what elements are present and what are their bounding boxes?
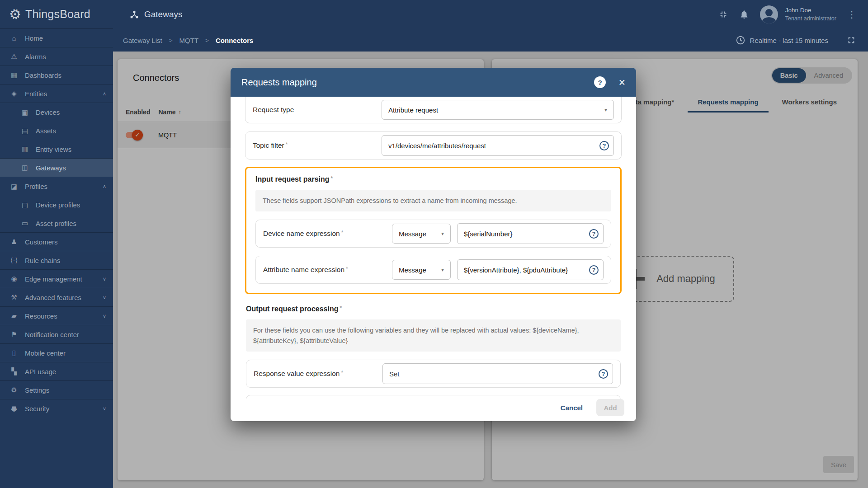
breadcrumb-gateway-list[interactable]: Gateway List [123, 37, 162, 44]
user-name: John Doe [785, 6, 836, 14]
chevron-up-icon: ∧ [103, 183, 106, 189]
customers-icon: ♟ [9, 238, 19, 246]
device-name-expression-label: Device name expression* [263, 230, 392, 238]
sidebar-item-label: Alarms [25, 53, 46, 61]
dialog-help-icon[interactable]: ? [594, 76, 606, 88]
chevron-down-icon: ▾ [441, 230, 444, 237]
api-usage-icon: ▚ [9, 367, 19, 375]
sidebar-item-alarms[interactable]: ⚠Alarms [0, 47, 113, 66]
sidebar-item-assets[interactable]: ▤Assets [0, 122, 113, 140]
sidebar-item-label: Asset profiles [36, 220, 76, 227]
sidebar-item-asset-profiles[interactable]: ▭Asset profiles [0, 214, 113, 233]
sidebar-item-gateways[interactable]: ◫Gateways [0, 159, 113, 177]
output-request-processing-heading: Output request processing* [246, 305, 621, 313]
attribute-name-help-icon[interactable]: ? [589, 265, 599, 275]
fullscreen-exit-icon[interactable] [718, 9, 728, 19]
add-button[interactable]: Add [596, 399, 624, 416]
output-request-processing-hint: For these fields you can use the followi… [246, 319, 621, 352]
device-name-help-icon[interactable]: ? [589, 229, 599, 239]
device-name-source-select[interactable]: Message ▾ [392, 224, 451, 244]
sidebar-item-label: Dashboards [25, 71, 61, 79]
sidebar-item-customers[interactable]: ♟Customers [0, 233, 113, 251]
page-title: Gateways [144, 9, 182, 19]
requests-mapping-dialog: Requests mapping ? × Request type Attrib… [231, 68, 636, 421]
breadcrumb-separator: > [169, 37, 173, 44]
input-request-parsing-heading: Input request parsing* [255, 175, 611, 183]
logo-text: ThingsBoard [25, 8, 90, 21]
attribute-name-expression-field: Attribute name expression* Message ▾ ${v… [255, 256, 611, 284]
sidebar-item-settings[interactable]: ⚙Settings [0, 381, 113, 399]
sidebar-item-edge-management[interactable]: ◉Edge management∨ [0, 270, 113, 288]
topic-filter-label: Topic filter* [253, 141, 382, 150]
sidebar-item-resources[interactable]: ▰Resources∨ [0, 307, 113, 325]
dialog-body: Request type Attribute request ▾ Topic f… [231, 97, 636, 399]
breadcrumb-mqtt[interactable]: MQTT [179, 37, 199, 44]
chevron-down-icon: ∨ [103, 276, 106, 282]
next-field-partially-visible [246, 395, 621, 399]
topic-filter-field: Topic filter* v1/devices/me/attributes/r… [245, 131, 622, 160]
sidebar-item-label: Home [25, 34, 43, 42]
chevron-down-icon: ∨ [103, 313, 106, 319]
edge-management-icon: ◉ [9, 275, 19, 283]
sidebar-item-entity-views[interactable]: ▥Entity views [0, 140, 113, 159]
topic-filter-input[interactable]: v1/devices/me/attributes/request ? [382, 135, 614, 156]
response-value-help-icon[interactable]: ? [599, 369, 608, 379]
device-hub-icon [129, 9, 139, 19]
sidebar-item-label: Devices [36, 108, 60, 116]
attribute-name-expression-label: Attribute name expression* [263, 266, 392, 274]
sidebar-nav: ⌂Home⚠Alarms▦Dashboards◈Entities∧▣Device… [0, 29, 113, 418]
attribute-name-expression-input[interactable]: ${versionAttribute}, ${pduAttribute} ? [457, 259, 604, 280]
cancel-button[interactable]: Cancel [561, 404, 583, 412]
attribute-name-source-select[interactable]: Message ▾ [392, 260, 451, 280]
thingsboard-logo-icon: ⚙ [7, 5, 23, 23]
sidebar-item-label: Entities [25, 90, 47, 98]
timewindow-group: Realtime - last 15 minutes [736, 35, 856, 45]
response-value-expression-input[interactable]: Set ? [382, 363, 613, 384]
sidebar-item-label: Security [25, 405, 49, 413]
dialog-footer: Cancel Add [231, 399, 636, 421]
sidebar-item-dashboards[interactable]: ▦Dashboards [0, 66, 113, 84]
profiles-icon: ◪ [9, 183, 19, 191]
notification-center-icon: ⚑ [9, 330, 19, 338]
sidebar-item-home[interactable]: ⌂Home [0, 29, 113, 47]
input-request-parsing-section: Input request parsing* These fields supp… [245, 167, 622, 294]
sidebar-item-label: Advanced features [25, 294, 81, 301]
more-menu-icon[interactable]: ⋮ [847, 9, 856, 20]
sidebar-item-api-usage[interactable]: ▚API usage [0, 362, 113, 381]
sidebar-item-advanced-features[interactable]: ⚒Advanced features∨ [0, 288, 113, 307]
sidebar-item-device-profiles[interactable]: ▢Device profiles [0, 196, 113, 214]
topic-filter-help-icon[interactable]: ? [599, 141, 609, 150]
sidebar-item-mobile-center[interactable]: ▯Mobile center [0, 344, 113, 362]
timewindow-button[interactable]: Realtime - last 15 minutes [736, 35, 828, 45]
resources-icon: ▰ [9, 312, 19, 320]
sidebar-item-label: Mobile center [25, 349, 66, 357]
request-type-select[interactable]: Attribute request ▾ [382, 100, 614, 120]
sidebar-item-label: Entity views [36, 145, 71, 153]
user-role: Tenant administrator [785, 15, 836, 23]
breadcrumb-separator: > [205, 37, 209, 44]
sidebar-item-security[interactable]: ⬟Security∨ [0, 399, 113, 418]
fullscreen-icon[interactable] [846, 35, 856, 45]
input-request-parsing-hint: These fields support JSONPath expression… [255, 190, 611, 211]
sidebar-item-entities[interactable]: ◈Entities∧ [0, 84, 113, 103]
request-type-label: Request type [253, 106, 382, 114]
breadcrumb-connectors: Connectors [216, 37, 253, 44]
thingsboard-logo[interactable]: ⚙ ThingsBoard [0, 0, 113, 29]
sidebar-item-label: Customers [25, 238, 58, 246]
timewindow-label: Realtime - last 15 minutes [750, 37, 828, 44]
sidebar-item-rule-chains[interactable]: ⟨·⟩Rule chains [0, 251, 113, 270]
sidebar-item-devices[interactable]: ▣Devices [0, 103, 113, 122]
device-name-expression-input[interactable]: ${serialNumber} ? [457, 223, 604, 244]
request-type-field: Request type Attribute request ▾ [245, 97, 622, 123]
user-avatar[interactable] [760, 5, 778, 23]
mobile-center-icon: ▯ [9, 349, 19, 357]
sidebar-item-label: Edge management [25, 275, 82, 283]
sidebar-item-notification-center[interactable]: ⚑Notification center [0, 325, 113, 344]
breadcrumb: Gateway List>MQTT>Connectors [123, 37, 253, 44]
notifications-bell-icon[interactable] [739, 9, 749, 19]
avatar-head-shape [765, 9, 773, 16]
user-info[interactable]: John Doe Tenant administrator [785, 6, 836, 22]
dialog-close-icon[interactable]: × [618, 77, 625, 88]
entity-views-icon: ▥ [20, 145, 30, 153]
sidebar-item-profiles[interactable]: ◪Profiles∧ [0, 177, 113, 196]
